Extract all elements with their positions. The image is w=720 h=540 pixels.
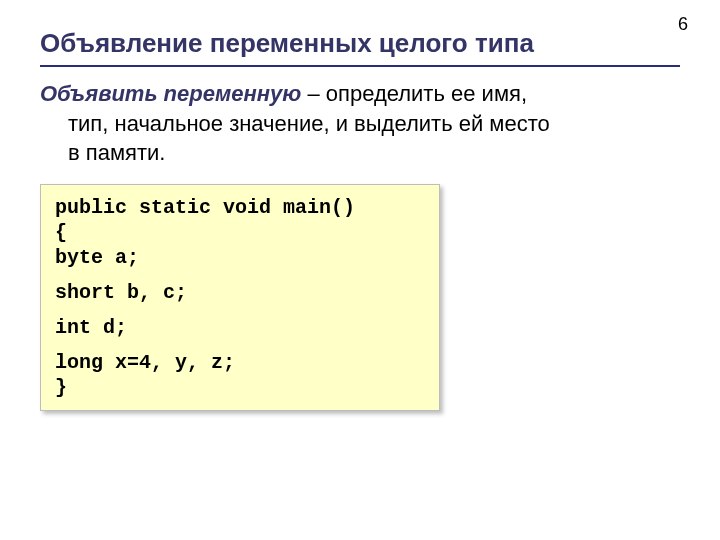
definition-line2: тип, начальное значение, и выделить ей м… — [40, 109, 680, 139]
definition-term: Объявить переменную — [40, 81, 301, 106]
code-line: { — [55, 220, 425, 245]
definition-dash: – — [301, 81, 325, 106]
page-title: Объявление переменных целого типа — [40, 28, 680, 67]
definition-line3: в памяти. — [40, 138, 680, 168]
code-line: long x=4, y, z; — [55, 350, 425, 375]
code-line: } — [55, 375, 425, 400]
code-block: public static void main() { byte a; shor… — [40, 184, 440, 411]
code-line: int d; — [55, 315, 425, 340]
page-number: 6 — [678, 14, 688, 35]
code-line: byte a; — [55, 245, 425, 270]
definition-paragraph: Объявить переменную – определить ее имя,… — [40, 79, 680, 168]
definition-line1-rest: определить ее имя, — [326, 81, 527, 106]
code-line: public static void main() — [55, 195, 425, 220]
code-line: short b, c; — [55, 280, 425, 305]
